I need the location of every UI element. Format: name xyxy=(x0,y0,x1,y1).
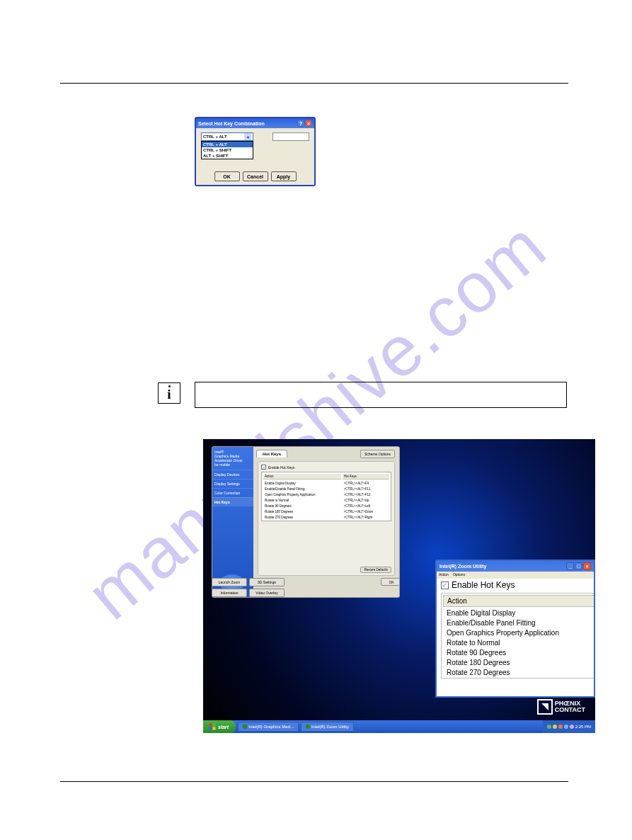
modifier-combo[interactable]: CTRL + ALT ▾ xyxy=(201,132,253,141)
info-glyph: i xyxy=(167,387,171,402)
video-overlay-button[interactable]: Video Overlay xyxy=(249,589,285,597)
dialog-title: Select Hot Key Combination xyxy=(198,121,265,126)
ok-button[interactable]: OK xyxy=(214,171,240,181)
chevron-down-icon: ▾ xyxy=(244,133,251,140)
zoom-action-table: Action Enable Digital Display Enable/Dis… xyxy=(441,593,594,679)
zoom-titlebar: Intel(R) Zoom Utility _ □ × xyxy=(437,561,594,572)
table-row[interactable]: Rotate 270 Degrees<CTRL><ALT>Right xyxy=(263,515,389,519)
table-row[interactable]: Open Graphics Property Application<CTRL>… xyxy=(263,492,389,496)
info-icon: i xyxy=(158,382,180,404)
enable-hotkeys-label: Enable Hot Keys xyxy=(452,580,515,590)
svg-rect-2 xyxy=(209,727,212,730)
tray-icon[interactable] xyxy=(570,725,574,729)
svg-rect-0 xyxy=(209,724,212,727)
close-icon[interactable]: × xyxy=(583,562,591,570)
combo-value: CTRL + ALT xyxy=(203,135,227,139)
tab-hot-keys[interactable]: Hot Keys xyxy=(256,450,287,458)
system-tray[interactable]: 2:25 PM xyxy=(543,720,595,733)
zoom-title: Intel(R) Zoom Utility xyxy=(439,564,487,569)
table-row[interactable]: Enable Digital Display<CTRL><ALT>F4 xyxy=(263,481,389,485)
intel-brand-text: Intel® Graphics Media Accelerator Driver… xyxy=(212,447,253,470)
taskbar-item[interactable]: Intel(R) Zoom Utility xyxy=(301,722,354,732)
app-icon xyxy=(243,725,247,729)
intel-sidebar: Intel® Graphics Media Accelerator Driver… xyxy=(212,447,253,597)
zoom-menubar: Action Options xyxy=(437,572,594,579)
taskbar: start Intel(R) Graphics Med... Intel(R) … xyxy=(203,720,595,733)
scheme-options-button[interactable]: Scheme Options xyxy=(360,450,395,458)
phoenix-contact-logo: PHŒNIX CONTACT xyxy=(537,699,585,715)
menu-action[interactable]: Action xyxy=(439,572,449,578)
intel-graphics-window: ? × Intel® Graphics Media Accelerator Dr… xyxy=(212,446,400,598)
enable-hotkeys-label: Enable Hot Keys xyxy=(268,465,294,470)
apply-button[interactable]: Apply xyxy=(271,171,297,181)
table-row[interactable]: Rotate 180 Degrees<CTRL><ALT>Down xyxy=(263,509,389,513)
table-row[interactable]: Rotate 270 Degrees xyxy=(443,668,594,676)
key-field[interactable] xyxy=(272,132,309,141)
launch-zoom-button[interactable]: Launch Zoom xyxy=(212,578,247,586)
table-row[interactable]: Enable/Disable Panel Fitting<CTRL><ALT>F… xyxy=(263,487,389,491)
information-button[interactable]: Information xyxy=(212,589,247,597)
sidebar-item-color-correction[interactable]: Color Correction xyxy=(212,488,253,497)
minimize-icon[interactable]: _ xyxy=(566,562,574,570)
taskbar-item[interactable]: Intel(R) Graphics Med... xyxy=(238,722,299,732)
maximize-icon[interactable]: □ xyxy=(575,562,582,570)
table-row[interactable]: Rotate to Normal<CTRL><ALT>Up xyxy=(263,498,389,502)
dialog-titlebar: Select Hot Key Combination ? × xyxy=(196,118,314,128)
table-row[interactable]: Open Graphics Property Application xyxy=(443,628,594,637)
hotkeys-table: Action Hot Keys Enable Digital Display<C… xyxy=(261,472,391,521)
rule-top xyxy=(60,83,568,84)
hotkeys-panel: ✓ Enable Hot Keys Action Hot Keys Enable… xyxy=(258,461,395,576)
list-item[interactable]: CTRL + SHIFT xyxy=(202,147,253,153)
modifier-listbox[interactable]: CTRL + ALT CTRL + SHIFT ALT + SHIFT xyxy=(201,141,253,159)
windows-logo-icon xyxy=(209,723,216,730)
start-button[interactable]: start xyxy=(203,720,236,733)
table-row[interactable]: Rotate to Normal xyxy=(443,638,594,647)
zoom-utility-window: Intel(R) Zoom Utility _ □ × Action Optio… xyxy=(435,560,595,698)
clock: 2:25 PM xyxy=(575,725,591,729)
restore-defaults-button[interactable]: Restore Defaults xyxy=(360,567,391,573)
app-icon xyxy=(306,725,310,729)
info-frame xyxy=(195,382,567,408)
th-action: Action xyxy=(443,595,594,607)
tray-icon[interactable] xyxy=(558,725,563,729)
table-row[interactable]: Rotate 90 Degrees xyxy=(443,648,594,657)
enable-hotkeys-checkbox[interactable]: ✓ xyxy=(261,465,266,470)
close-icon[interactable]: × xyxy=(305,120,312,127)
table-row[interactable]: Enable Digital Display xyxy=(443,608,594,617)
table-row[interactable]: Rotate 90 Degrees<CTRL><ALT>Left xyxy=(263,504,389,508)
phoenix-text-bottom: CONTACT xyxy=(555,707,585,713)
menu-options[interactable]: Options xyxy=(453,572,465,578)
svg-rect-3 xyxy=(213,727,216,730)
3d-settings-button[interactable]: 3D Settings xyxy=(249,578,285,586)
th-hotkeys: Hot Keys xyxy=(343,474,389,479)
cancel-button[interactable]: Cancel xyxy=(243,171,268,181)
list-item[interactable]: CTRL + ALT xyxy=(202,142,253,147)
table-row[interactable]: Enable/Disable Panel Fitting xyxy=(443,618,594,627)
desktop-screenshot: ? × Intel® Graphics Media Accelerator Dr… xyxy=(203,439,595,733)
tray-icon[interactable] xyxy=(547,725,551,729)
svg-rect-1 xyxy=(213,724,216,727)
sidebar-item-hot-keys[interactable]: Hot Keys xyxy=(212,497,253,506)
sidebar-item-display-devices[interactable]: Display Devices xyxy=(212,470,253,479)
tray-icon[interactable] xyxy=(564,725,568,729)
tray-icon[interactable] xyxy=(553,725,557,729)
th-action: Action xyxy=(263,474,341,479)
sidebar-item-display-settings[interactable]: Display Settings xyxy=(212,479,253,488)
phoenix-mark-icon xyxy=(537,699,553,715)
table-row[interactable]: Rotate 180 Degrees xyxy=(443,658,594,666)
help-icon[interactable]: ? xyxy=(297,120,304,127)
select-hotkey-dialog: Select Hot Key Combination ? × CTRL + AL… xyxy=(195,117,316,186)
start-label: start xyxy=(218,725,229,730)
rule-bottom xyxy=(60,781,568,782)
list-item[interactable]: ALT + SHIFT xyxy=(202,153,253,159)
enable-hotkeys-checkbox[interactable]: ✓ xyxy=(441,581,449,589)
